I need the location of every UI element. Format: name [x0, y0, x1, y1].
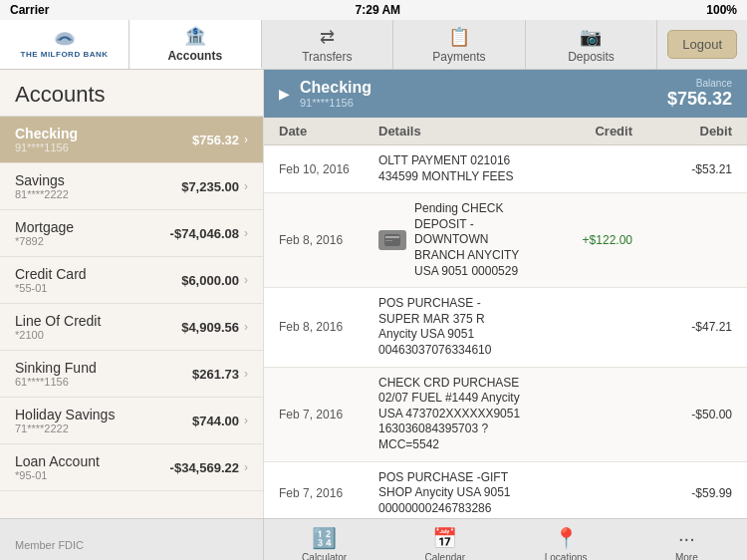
- trans-debit: -$53.21: [632, 162, 732, 176]
- col-debit: Debit: [632, 124, 732, 139]
- account-item[interactable]: Credit Card *55-01 $6,000.00 ›: [0, 257, 263, 304]
- nav-tab-payments[interactable]: 📋Payments: [393, 20, 526, 69]
- content-area: ▶ Checking 91****1156 Balance $756.32 Da…: [264, 70, 747, 518]
- content-header: ▶ Checking 91****1156 Balance $756.32: [264, 70, 747, 118]
- expand-icon[interactable]: ▶: [279, 86, 290, 102]
- footer-tab-more[interactable]: ···More: [626, 519, 747, 560]
- chevron-right-icon: ›: [244, 226, 248, 240]
- account-number: 71****2222: [15, 422, 115, 434]
- account-name: Checking: [15, 126, 78, 141]
- trans-details: OLTT PAYMENT 021016 434599 MONTHLY FEES: [378, 153, 533, 184]
- chevron-right-icon: ›: [244, 414, 248, 427]
- account-left: Line Of Credit *2100: [15, 313, 101, 341]
- trans-date: Feb 7, 2016: [279, 486, 378, 500]
- content-account-number: 91****1156: [300, 97, 657, 109]
- account-number: *55-01: [15, 282, 87, 294]
- trans-date: Feb 7, 2016: [279, 408, 378, 421]
- trans-credit: +$122.00: [533, 233, 632, 247]
- chevron-right-icon: ›: [244, 273, 248, 287]
- account-item[interactable]: Holiday Savings 71****2222 $744.00 ›: [0, 398, 263, 444]
- payments-label: Payments: [432, 50, 485, 64]
- deposits-label: Deposits: [568, 50, 615, 64]
- logout-button[interactable]: Logout: [667, 30, 737, 59]
- battery-text: 100%: [706, 3, 737, 17]
- nav-tab-transfers[interactable]: ⇄Transfers: [262, 20, 394, 69]
- table-row[interactable]: Feb 10, 2016 OLTT PAYMENT 021016 434599 …: [264, 145, 747, 193]
- trans-details: Pending CHECK DEPOSIT - DOWNTOWN BRANCH …: [378, 201, 533, 279]
- account-number: *95-01: [15, 469, 100, 481]
- sidebar-title: Accounts: [0, 70, 263, 117]
- table-row[interactable]: Feb 8, 2016 POS PURCHASE - SUPER MAR 375…: [264, 288, 747, 367]
- account-number: *2100: [15, 329, 101, 341]
- chevron-right-icon: ›: [244, 133, 248, 146]
- chevron-right-icon: ›: [244, 460, 248, 474]
- table-header: Date Details Credit Debit: [264, 118, 747, 145]
- account-item[interactable]: Sinking Fund 61****1156 $261.73 ›: [0, 351, 263, 398]
- trans-debit: -$50.00: [632, 408, 732, 421]
- account-right: -$34,569.22 ›: [170, 460, 248, 475]
- bank-logo: THE MILFORD BANK: [0, 20, 129, 69]
- time-text: 7:29 AM: [356, 3, 401, 17]
- chevron-right-icon: ›: [244, 179, 248, 193]
- account-balance: -$34,569.22: [170, 460, 239, 475]
- account-left: Checking 91****1156: [15, 126, 78, 153]
- calendar-footer-icon: 📅: [432, 526, 457, 550]
- trans-details: CHECK CRD PURCHASE 02/07 FUEL #1449 Anyc…: [378, 376, 533, 453]
- deposit-icon: [378, 230, 406, 250]
- footer-tabs: 🔢Calculator📅Calendar📍Locations···More: [264, 519, 747, 560]
- account-name: Line Of Credit: [15, 313, 101, 329]
- account-right: $7,235.00 ›: [181, 179, 248, 194]
- status-bar: Carrier 7:29 AM 100%: [0, 0, 747, 20]
- locations-footer-icon: 📍: [554, 526, 579, 550]
- deposits-icon: 📷: [580, 26, 602, 48]
- account-balance: $6,000.00: [181, 273, 239, 288]
- balance-label: Balance: [667, 78, 732, 89]
- top-nav: THE MILFORD BANK 🏦Accounts⇄Transfers📋Pay…: [0, 20, 747, 70]
- transaction-rows: Feb 10, 2016 OLTT PAYMENT 021016 434599 …: [264, 145, 747, 518]
- account-item[interactable]: Loan Account *95-01 -$34,569.22 ›: [0, 444, 263, 491]
- svg-rect-3: [385, 240, 392, 241]
- account-name: Mortgage: [15, 219, 74, 235]
- account-item[interactable]: Mortgage *7892 -$74,046.08 ›: [0, 210, 263, 257]
- account-number: *7892: [15, 235, 74, 247]
- trans-date: Feb 8, 2016: [279, 320, 378, 334]
- locations-footer-label: Locations: [545, 552, 588, 560]
- accounts-label: Accounts: [167, 49, 222, 63]
- account-right: $4,909.56 ›: [181, 320, 248, 335]
- transfers-label: Transfers: [302, 50, 352, 64]
- account-right: $756.32 ›: [192, 133, 248, 147]
- nav-tab-deposits[interactable]: 📷Deposits: [526, 20, 658, 69]
- footer-tab-calculator[interactable]: 🔢Calculator: [264, 519, 384, 560]
- account-left: Holiday Savings 71****2222: [15, 407, 115, 434]
- trans-date: Feb 10, 2016: [279, 162, 378, 176]
- balance-section: Balance $756.32: [667, 78, 732, 110]
- trans-details: POS PURCHASE -GIFT SHOP Anycity USA 9051…: [378, 470, 533, 517]
- footer-tab-locations[interactable]: 📍Locations: [506, 519, 626, 560]
- account-balance: $7,235.00: [181, 179, 239, 194]
- account-left: Loan Account *95-01: [15, 453, 100, 481]
- calendar-footer-label: Calendar: [425, 552, 466, 560]
- transaction-table: Date Details Credit Debit Feb 10, 2016 O…: [264, 118, 747, 518]
- table-row[interactable]: Feb 8, 2016 Pending CHECK DEPOSIT - DOWN…: [264, 193, 747, 288]
- trans-details: POS PURCHASE - SUPER MAR 375 R Anycity U…: [378, 296, 533, 358]
- chevron-right-icon: ›: [244, 367, 248, 381]
- account-item[interactable]: Savings 81****2222 $7,235.00 ›: [0, 163, 263, 210]
- account-left: Credit Card *55-01: [15, 266, 87, 294]
- nav-tab-accounts[interactable]: 🏦Accounts: [129, 20, 262, 69]
- account-item[interactable]: Line Of Credit *2100 $4,909.56 ›: [0, 304, 263, 351]
- account-number: 81****2222: [15, 188, 69, 200]
- balance-amount: $756.32: [667, 89, 732, 110]
- trans-debit: -$47.21: [632, 320, 732, 334]
- table-row[interactable]: Feb 7, 2016 CHECK CRD PURCHASE 02/07 FUE…: [264, 368, 747, 462]
- account-name: Holiday Savings: [15, 407, 115, 422]
- account-balance: $4,909.56: [181, 320, 239, 335]
- transfers-icon: ⇄: [320, 26, 335, 48]
- account-info: Checking 91****1156: [300, 79, 657, 109]
- account-right: -$74,046.08 ›: [170, 226, 248, 241]
- account-list: Checking 91****1156 $756.32 › Savings 81…: [0, 117, 263, 518]
- table-row[interactable]: Feb 7, 2016 POS PURCHASE -GIFT SHOP Anyc…: [264, 462, 747, 519]
- account-item[interactable]: Checking 91****1156 $756.32 ›: [0, 117, 263, 163]
- trans-date: Feb 8, 2016: [279, 233, 378, 247]
- footer-tab-calendar[interactable]: 📅Calendar: [384, 519, 505, 560]
- account-name: Loan Account: [15, 453, 100, 469]
